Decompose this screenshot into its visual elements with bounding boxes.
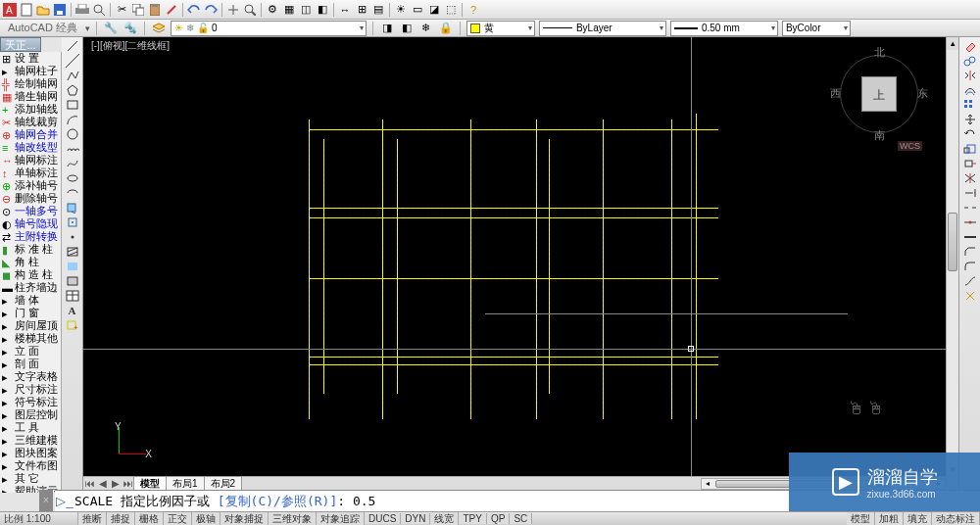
block-make-icon[interactable] (64, 215, 81, 229)
dim-icon[interactable]: ↔ (337, 2, 353, 18)
ellipse-icon[interactable] (64, 171, 81, 185)
dim2-icon[interactable]: ⊞ (354, 2, 369, 18)
status-3dosnap[interactable]: 三维对象 (269, 512, 317, 526)
lp-file[interactable]: ▸文件布图 (0, 459, 61, 472)
mtext-icon[interactable]: A (64, 304, 81, 317)
tool-icon[interactable]: ⚙ (265, 2, 280, 18)
status-qp[interactable]: QP (487, 513, 510, 524)
tab-next-icon[interactable]: ▶ (109, 478, 122, 489)
ws2-icon[interactable]: 🔩 (122, 21, 138, 36)
lp-stair[interactable]: ▸楼梯其他 (0, 332, 61, 345)
move-icon[interactable] (961, 113, 979, 126)
workspace-combo[interactable]: AutoCAD 经典 (4, 21, 81, 35)
layer-mgr-icon[interactable] (151, 21, 167, 36)
lp-symbol[interactable]: ▸符号标注 (0, 396, 61, 408)
region-icon[interactable] (64, 274, 81, 288)
break-icon[interactable] (961, 201, 979, 215)
array-icon[interactable] (961, 98, 979, 112)
insert-icon[interactable] (64, 201, 81, 215)
revcloud-icon[interactable] (64, 142, 81, 156)
layerfrz-icon[interactable]: ❄ (418, 21, 434, 36)
lp-block[interactable]: ▸图块图案 (0, 447, 61, 459)
scale-icon[interactable] (961, 142, 979, 156)
status-fill[interactable]: 填充 (904, 512, 932, 526)
app-icon[interactable]: A (2, 2, 18, 18)
addsel-icon[interactable]: + (64, 318, 81, 332)
point-icon[interactable] (64, 230, 81, 244)
lp-align-col[interactable]: ▬柱齐墙边 (0, 281, 61, 294)
spline-icon[interactable] (64, 157, 81, 170)
tab-prev-icon[interactable]: ◀ (96, 478, 109, 489)
xref-icon[interactable]: ⬚ (443, 2, 459, 18)
status-tpy[interactable]: TPY (459, 513, 486, 524)
lp-draw-axis[interactable]: ╬绘制轴网 (0, 77, 61, 90)
status-ortho[interactable]: 正交 (164, 512, 192, 526)
lp-wall[interactable]: ▸墙 体 (0, 294, 61, 307)
status-coord[interactable]: 比例 1:100 (0, 512, 78, 526)
status-ducs[interactable]: DUCS (365, 513, 401, 524)
lp-add-num[interactable]: ⊕添补轴号 (0, 179, 61, 192)
lp-text[interactable]: ▸文字表格 (0, 370, 61, 383)
lp-axis-column[interactable]: ▸轴网柱子 (0, 65, 61, 77)
copy2-icon[interactable] (961, 54, 979, 68)
lp-wall-axis[interactable]: ▦墙生轴网 (0, 90, 61, 103)
help-icon[interactable]: ? (466, 2, 481, 18)
stretch-icon[interactable] (961, 157, 979, 170)
lp-axis-linetype[interactable]: ≡轴改线型 (0, 141, 61, 154)
vertical-scrollbar[interactable]: ▴ ▾ (946, 37, 958, 476)
wcs-label[interactable]: WCS (898, 141, 922, 151)
drawing-viewport[interactable]: [-][俯视][二维线框] 北 南 西 东 上 WCS YX 🖱🖱 (83, 37, 946, 476)
lp-single-dim[interactable]: ↕单轴标注 (0, 167, 61, 179)
plotstyle-combo[interactable]: ByColor (782, 21, 851, 36)
lp-merge-axis[interactable]: ⊕轴网合并 (0, 128, 61, 141)
status-dyn[interactable]: DYN (401, 513, 430, 524)
redo-icon[interactable] (203, 2, 219, 18)
status-polar[interactable]: 极轴 (192, 512, 220, 526)
save-icon[interactable] (52, 2, 68, 18)
lp-multi-num[interactable]: ⊙一轴多号 (0, 205, 61, 217)
cmd-input[interactable] (353, 494, 402, 508)
status-sc[interactable]: SC (510, 513, 532, 524)
line-icon[interactable] (64, 39, 81, 53)
layeroff-icon[interactable]: ◧ (399, 21, 415, 36)
tab-layout1[interactable]: 布局1 (166, 476, 205, 491)
undo-icon[interactable] (186, 2, 202, 18)
linetype-combo[interactable]: ByLayer (539, 21, 666, 36)
lp-elev[interactable]: ▸立 面 (0, 345, 61, 358)
lp-axis-dim[interactable]: ↔轴网标注 (0, 154, 61, 167)
layeriso-icon[interactable]: ◨ (379, 21, 395, 36)
tool2-icon[interactable]: ▦ (281, 2, 297, 18)
lp-hide-num[interactable]: ◐轴号隐现 (0, 217, 61, 230)
lp-add-axis[interactable]: +添加轴线 (0, 103, 61, 116)
circle-icon[interactable] (64, 127, 81, 141)
plot-preview-icon[interactable] (91, 2, 107, 18)
block-icon[interactable]: ◪ (426, 2, 442, 18)
paste-icon[interactable] (147, 2, 163, 18)
chamfer-icon[interactable] (961, 245, 979, 259)
xline-icon[interactable] (64, 54, 81, 68)
ws1-icon[interactable]: 🔧 (103, 21, 119, 36)
scroll-thumb[interactable] (948, 213, 957, 271)
lp-door[interactable]: ▸门 窗 (0, 307, 61, 319)
status-otrack[interactable]: 对象追踪 (317, 512, 365, 526)
tab-model[interactable]: 模型 (133, 476, 167, 491)
explode-icon[interactable] (961, 289, 979, 303)
trim-icon[interactable] (961, 171, 979, 185)
break2-icon[interactable] (961, 215, 979, 229)
hatch-icon[interactable] (64, 245, 81, 259)
gradient-icon[interactable] (64, 260, 81, 273)
tool3-icon[interactable]: ◫ (298, 2, 314, 18)
lp-swap[interactable]: ⇄主附转换 (0, 230, 61, 243)
print-icon[interactable] (74, 2, 90, 18)
lp-other[interactable]: ▸其 它 (0, 472, 61, 485)
viewport-label[interactable]: [-][俯视][二维线框] (91, 39, 170, 53)
status-osnap[interactable]: 对象捕捉 (220, 512, 269, 526)
color-combo[interactable]: 黄 (466, 21, 535, 36)
status-dyndim[interactable]: 动态标注 (932, 512, 980, 526)
tool4-icon[interactable]: ◧ (315, 2, 330, 18)
arc-icon[interactable] (64, 113, 81, 126)
lp-3d[interactable]: ▸三维建模 (0, 434, 61, 447)
viewcube-top[interactable]: 上 (861, 76, 897, 112)
lp-trim-axis[interactable]: ✂轴线裁剪 (0, 116, 61, 128)
extend-icon[interactable] (961, 186, 979, 200)
